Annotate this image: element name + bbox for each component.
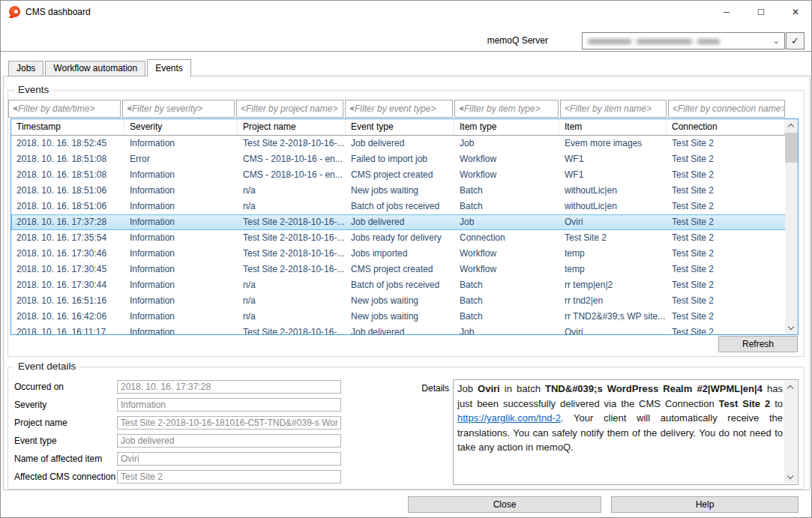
field-input[interactable] [117,452,341,466]
column-header[interactable]: Severity [124,119,238,135]
table-row[interactable]: 2018. 10. 16. 17:30:45InformationTest Si… [11,262,798,277]
scroll-down-icon[interactable] [784,471,797,484]
table-cell: CMS - 2018-10-16 - en... [238,167,346,183]
table-row[interactable]: 2018. 10. 16. 17:35:54InformationTest Si… [11,230,798,246]
table-row[interactable]: 2018. 10. 16. 18:51:08InformationCMS - 2… [11,167,798,183]
table-cell: Batch [454,199,559,214]
column-header[interactable]: Connection [667,119,785,135]
filter-row: <Filter by date/time>⌄<Filter by severit… [8,100,785,118]
tab-workflow-automation[interactable]: Workflow automation [45,61,145,76]
filter-input-7[interactable]: <Filter by connection name> [668,100,785,118]
cms-dashboard-window: CMS dashboard ─ ☐ ✕ memoQ Server ⌄ ✓ Job… [0,0,812,518]
scroll-up-icon[interactable] [785,119,798,132]
close-window-button[interactable]: ✕ [778,1,812,23]
field-label: Event type [14,436,117,446]
tab-jobs[interactable]: Jobs [8,61,43,76]
scroll-up-icon[interactable] [784,381,797,394]
table-cell: 2018. 10. 16. 18:52:45 [11,136,124,151]
details-bold-text: Oviri [478,383,500,394]
table-row[interactable]: 2018. 10. 16. 18:51:06Informationn/aNew … [11,183,798,199]
table-cell: New jobs waiting [346,309,454,325]
column-header[interactable]: Item [559,119,667,135]
table-cell: Workflow [454,167,559,183]
scroll-down-icon[interactable] [785,322,798,334]
filter-input-6[interactable]: <Filter by item name> [560,100,667,118]
column-header[interactable]: Event type [346,119,454,135]
table-cell: n/a [238,199,346,214]
field-input[interactable] [117,434,341,448]
tab-events[interactable]: Events [147,59,191,77]
table-cell: rr temp|en|2 [559,277,667,293]
table-cell: Test Site 2 [667,214,785,230]
field-label: Affected CMS connection [14,472,117,482]
table-cell: Information [124,183,238,199]
field-input[interactable] [117,416,341,430]
field-input[interactable] [117,398,341,412]
details-textbox[interactable]: Job Oviri in batch TND&#039;s WordPress … [453,379,799,485]
maximize-button[interactable]: ☐ [744,1,778,23]
filter-input-2[interactable]: <Filter by severity>⌄ [122,100,235,118]
column-header[interactable]: Timestamp [11,119,124,135]
table-cell: Information [124,230,238,246]
details-bold-text: Test Site 2 [719,398,771,409]
field-input[interactable] [117,380,341,394]
table-cell: Job delivered [346,214,454,230]
table-cell: n/a [238,277,346,293]
server-confirm-button[interactable]: ✓ [786,32,805,49]
table-cell: Batch of jobs received [346,199,454,214]
server-combobox[interactable]: ⌄ [582,32,785,49]
detail-field-row: Occurred on [14,380,359,394]
table-cell: Batch [454,183,559,199]
table-row[interactable]: 2018. 10. 16. 16:51:16Informationn/aNew … [11,293,798,309]
table-cell: CMS project created [346,262,454,277]
window-title: CMS dashboard [25,1,91,23]
table-row[interactable]: 2018. 10. 16. 17:37:28InformationTest Si… [11,214,798,230]
table-cell: Job [454,136,559,151]
table-cell: rr TND2&#39;s WP site... [559,309,667,325]
filter-placeholder: <Filter by connection name> [673,103,785,114]
table-cell: Information [124,214,238,230]
filter-input-3[interactable]: <Filter by project name> [236,100,343,118]
table-cell: Test Site 2 [667,183,785,199]
field-input[interactable] [117,470,341,484]
table-cell: Job [454,214,559,230]
filter-input-5[interactable]: <Filter by item type>⌄ [454,100,559,118]
table-cell: Jobs ready for delivery [346,230,454,246]
column-header[interactable]: Project name [238,119,346,135]
table-cell: 2018. 10. 16. 18:51:06 [11,199,124,214]
table-cell: Oviri [559,214,667,230]
scrollbar-thumb[interactable] [785,133,798,163]
minimize-button[interactable]: ─ [709,1,744,23]
table-row[interactable]: 2018. 10. 16. 17:30:46InformationTest Si… [11,246,798,262]
table-scrollbar[interactable] [785,119,798,334]
column-header[interactable]: Item type [454,119,559,135]
filter-input-4[interactable]: <Filter by event type>⌄ [345,100,453,118]
table-row[interactable]: 2018. 10. 16. 16:42:06Informationn/aNew … [11,309,798,325]
details-plain-text: Job [457,383,478,394]
table-cell: 2018. 10. 16. 18:51:06 [11,183,124,199]
table-row[interactable]: 2018. 10. 16. 18:51:06Informationn/aBatc… [11,199,798,214]
help-button[interactable]: Help [611,496,799,513]
table-row[interactable]: 2018. 10. 16. 18:51:08ErrorCMS - 2018-10… [11,151,798,167]
table-cell: Job [454,325,559,335]
table-cell: rr tnd2|en [559,293,667,309]
filter-input-1[interactable]: <Filter by date/time>⌄ [8,100,121,118]
field-label: Name of affected item [14,454,117,464]
table-cell: n/a [238,293,346,309]
field-label: Project name [14,418,117,428]
table-cell: Batch [454,277,559,293]
table-cell: 2018. 10. 16. 18:51:08 [11,167,124,183]
details-text: Job Oviri in batch TND&#039;s WordPress … [457,382,783,455]
table-row[interactable]: 2018. 10. 16. 18:52:45InformationTest Si… [11,136,798,151]
table-row[interactable]: 2018. 10. 16. 16:11:17InformationTest Si… [11,325,798,335]
details-scrollbar[interactable] [784,381,797,484]
chevron-down-icon: ⌄ [773,36,780,46]
table-row[interactable]: 2018. 10. 16. 17:30:44Informationn/aBatc… [11,277,798,293]
close-button[interactable]: Close [408,496,601,513]
table-cell: Evem more images [559,136,667,151]
chevron-down-icon: ⌄ [127,103,231,111]
table-cell: 2018. 10. 16. 18:51:08 [11,151,124,167]
table-cell: Test Site 2 [667,136,785,151]
refresh-button[interactable]: Refresh [718,336,798,352]
details-link[interactable]: https://yarglik.com/tnd-2 [457,412,561,424]
